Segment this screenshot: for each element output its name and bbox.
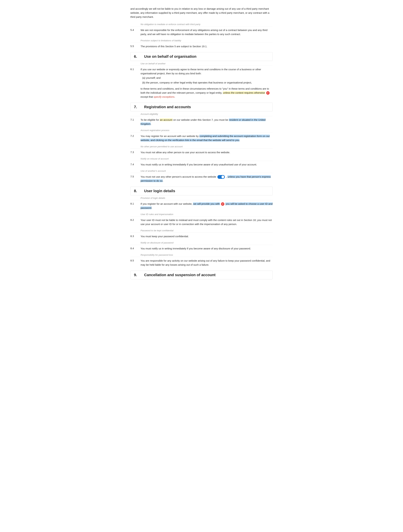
subsection-6-1: 6.1 If you use our website or expressly … [130, 65, 273, 101]
subsection-label-5-4: No obligation to mediate or enforce cont… [130, 22, 273, 26]
toggle-7-5[interactable] [217, 175, 225, 179]
italic-exceptions: specify exceptions [154, 95, 175, 98]
section-8-title: User login details [144, 189, 175, 193]
toggle-knob-7-5 [221, 176, 224, 178]
subsection-content-8-1: If you register for an account with our … [140, 202, 273, 210]
subsection-7-5: 7.5 You must not use any other person's … [130, 173, 273, 184]
section-7-number: 7. [134, 105, 141, 109]
list-item-6-1-b: (b) the person, company or other legal e… [142, 80, 273, 85]
subsection-content-7-1: To be eligible for an account on our web… [140, 118, 273, 126]
subsection-content-5-4: We are not responsible for the enforceme… [140, 28, 273, 36]
section-9-title: Cancellation and suspension of account [144, 273, 215, 277]
subsection-content-8-4: You must notify us in writing immediatel… [140, 247, 273, 251]
subsection-label-7-5: Use of another's account [130, 168, 273, 173]
subsection-number-7-4: 7.4 [130, 163, 137, 166]
subsection-label-8-2: User ID rules and impersonation [130, 212, 273, 216]
subsection-label-8-5: Responsibility for password loss [130, 252, 273, 257]
highlight-8-1-provide: we will provide you with [193, 202, 220, 205]
subsection-number-8-4: 8.4 [130, 247, 137, 250]
list-item-6-1-a: (a) yourself; and [142, 76, 273, 80]
subsection-content-6-1: If you use our website or expressly agre… [140, 67, 273, 99]
extra-paragraph-6-1: to these terms and conditions, and in th… [140, 87, 273, 99]
subsection-label-7-3: No other person permitted to use account [130, 144, 273, 148]
subsection-7-4: 7.4 You must notify us in writing immedi… [130, 161, 273, 168]
subsection-8-1: 8.1 If you register for an account with … [130, 200, 273, 212]
subsection-content-7-3: You must not allow any other person to u… [140, 150, 273, 154]
subsection-label-5-5: Provision subject to limitations of liab… [130, 38, 273, 43]
subsection-number-8-1: 8.1 [130, 202, 137, 205]
subsection-content-5-5: The provisions of this Section 5 are sub… [140, 44, 273, 48]
subsection-8-4: 8.4 You must notify us in writing immedi… [130, 245, 273, 252]
section-9-header: 9. Cancellation and suspension of accoun… [130, 271, 273, 279]
subsection-8-5: 8.5 You are responsible for any activity… [130, 257, 273, 269]
subsection-number-8-2: 8.2 [130, 218, 137, 221]
section-7-title: Registration and accounts [144, 105, 191, 109]
subsection-7-1: 7.1 To be eligible for an account on our… [130, 116, 273, 128]
intro-text: and accordingly we will not be liable to… [130, 7, 273, 19]
subsection-number-6-1: 6.1 [130, 67, 137, 71]
section-6-title: Use on behalf of organisation [144, 54, 196, 59]
subsection-content-8-2: Your user ID must not be liable to misle… [140, 218, 273, 226]
section-6-number: 6. [134, 54, 141, 59]
subsection-5-4: 5.4 We are not responsible for the enfor… [130, 26, 273, 38]
section-9-number: 9. [134, 273, 141, 277]
subsection-content-8-3: You must keep your password confidential… [140, 234, 273, 238]
subsection-number-8-5: 8.5 [130, 259, 137, 262]
subsection-number-5-5: 5.5 [130, 44, 137, 48]
subsection-label-7-2: Account registration process [130, 128, 273, 132]
subsection-label-7-1: Account eligibility [130, 111, 273, 116]
subsection-content-7-5: You must not use any other person's acco… [140, 175, 273, 183]
subsection-number-7-2: 7.2 [130, 134, 137, 137]
subsection-number-7-1: 7.1 [130, 118, 137, 121]
subsection-label-8-3: Password to be kept confidential [130, 228, 273, 233]
subsection-label-6-1: Use on behalf of another [130, 61, 273, 65]
subsection-content-7-4: You must notify us in writing immediatel… [140, 163, 273, 167]
section-8-header: 8. User login details [130, 187, 273, 195]
highlight-context: unless the context requires otherwise [223, 91, 265, 94]
or-badge-6-1: or [266, 91, 270, 95]
subsection-5-5: 5.5 The provisions of this Section 5 are… [130, 43, 273, 50]
subsection-number-5-4: 5.4 [130, 28, 137, 31]
subsection-number-7-5: 7.5 [130, 175, 137, 178]
subsection-content-7-2: You may register for an account with our… [140, 134, 273, 142]
section-6-header: 6. Use on behalf of organisation [130, 52, 273, 61]
or-badge-8-1: or [221, 202, 224, 206]
subsection-label-8-4: Notify on disclosure of password [130, 240, 273, 245]
subsection-number-8-3: 8.3 [130, 234, 137, 238]
subsection-number-7-3: 7.3 [130, 150, 137, 154]
highlight-7-1-account: an account [160, 118, 172, 121]
subsection-label-8-1: Provision of login details [130, 195, 273, 200]
section-7-header: 7. Registration and accounts [130, 103, 273, 111]
subsection-content-8-5: You are responsible for any activity on … [140, 259, 273, 267]
subsection-7-2: 7.2 You may register for an account with… [130, 132, 273, 144]
section-8-number: 8. [134, 189, 141, 193]
subsection-7-3: 7.3 You must not allow any other person … [130, 148, 273, 156]
subsection-label-7-4: Notify on misuse of account [130, 156, 273, 161]
subsection-8-2: 8.2 Your user ID must not be liable to m… [130, 216, 273, 228]
subsection-8-3: 8.3 You must keep your password confiden… [130, 233, 273, 240]
